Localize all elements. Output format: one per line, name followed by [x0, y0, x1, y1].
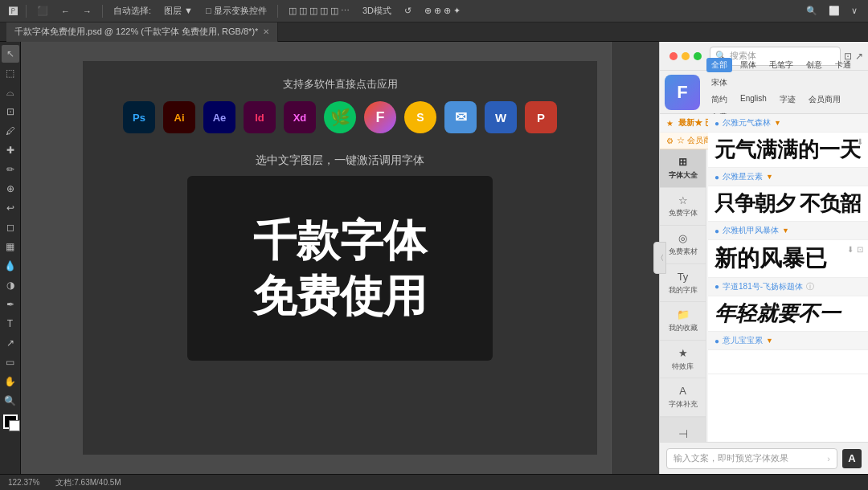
eraser-tool[interactable]: ◻ — [2, 218, 19, 236]
nav-free-material-icon: ◎ — [663, 232, 702, 246]
font-item-2[interactable]: 只争朝夕 不负韶 — [708, 186, 868, 222]
workspace-btn[interactable]: ⬜ — [825, 4, 844, 18]
auto-select-label: 自动选择: — [109, 3, 155, 18]
preview-line2: 免费使用 — [253, 272, 427, 320]
text-tool[interactable]: T — [2, 315, 19, 333]
nav-free-font[interactable]: ☆ 免费字体 — [660, 188, 706, 227]
font-preview-text-2: 只争朝夕 不负韶 — [714, 191, 862, 216]
rotate-btn[interactable]: ↺ — [400, 4, 416, 18]
align-tools[interactable]: ◫ ◫ ◫ ◫ ◫ ⋯ — [285, 4, 354, 18]
close-dot[interactable] — [669, 52, 678, 60]
app-icon-xd: Xd — [284, 101, 316, 133]
zoom-tool[interactable]: 🔍 — [2, 392, 19, 410]
history-brush-tool[interactable]: ↩ — [2, 199, 19, 217]
extra-tools[interactable]: ⊕ ⊕ ⊕ ✦ — [420, 4, 465, 18]
status-bar: 122.37% 文档:7.63M/40.5M — [0, 474, 868, 490]
cat-black[interactable]: 黑体 — [735, 58, 761, 72]
app-icon-ps: Ps — [123, 101, 155, 133]
path-select-tool[interactable]: ↗ — [2, 334, 19, 352]
dodge-tool[interactable]: ◑ — [2, 276, 19, 294]
foreground-color[interactable] — [3, 414, 18, 429]
font-cat-header-3: ● 尔雅机甲风暴体 ▼ — [708, 222, 868, 240]
font-cat-name-2: 尔雅星云素 — [723, 171, 763, 182]
vip-commercial-icon: ⚙ — [666, 137, 674, 145]
preview-a-button[interactable]: A — [842, 449, 862, 468]
app-icon: 🅿 — [6, 5, 19, 18]
close-tab-icon[interactable]: ✕ — [263, 27, 269, 36]
cat-cartoon[interactable]: 卡通 — [830, 58, 856, 72]
fwd-btn[interactable]: → — [79, 5, 96, 18]
minimize-dot[interactable] — [682, 52, 690, 60]
nav-font-all[interactable]: ⊞ 字体大全 — [660, 149, 706, 188]
lasso-tool[interactable]: ⌓ — [2, 84, 19, 101]
panel-toggle-btn[interactable]: 〈 — [653, 242, 666, 274]
app-icon-ai: Ai — [163, 101, 195, 133]
search-icon-btn[interactable]: 🔍 — [802, 4, 821, 18]
gradient-tool[interactable]: ▦ — [2, 238, 19, 255]
arrange-btn[interactable]: ∨ — [847, 4, 862, 18]
checkmark-icon-2: ● — [714, 173, 719, 182]
vip-star-2: ▼ — [766, 173, 773, 181]
select-tool[interactable]: ⬚ — [2, 64, 19, 82]
spot-heal-tool[interactable]: ✚ — [2, 141, 19, 159]
vip-star-5: ▼ — [766, 337, 773, 345]
cat-all[interactable]: 全部 — [706, 58, 732, 72]
item-icon-3[interactable]: ⬇ — [847, 245, 854, 254]
nav-my-library[interactable]: Ty 我的字库 — [660, 264, 706, 303]
app-icons-row: Ps Ai Ae Id Xd 🌿 F S ✉ W P — [123, 101, 557, 133]
brush-tool[interactable]: ✏ — [2, 161, 19, 178]
app-icon-ppt: P — [525, 101, 557, 133]
preview-box: 千款字体 免费使用 — [187, 176, 493, 361]
font-item-5[interactable] — [708, 350, 868, 374]
app-icon-ae: Ae — [203, 101, 235, 133]
font-item-1[interactable]: 元气满满的一天 ⬇ — [708, 149, 868, 168]
font-item-3[interactable]: 新的风暴已 ⬇ ⊡ — [708, 240, 868, 278]
star-icon: ★ — [666, 119, 674, 128]
shape-tool[interactable]: ▭ — [2, 353, 19, 371]
app-icon-mail: ✉ — [444, 101, 477, 133]
font-preview-text-4: 年轻就要不一 — [714, 301, 862, 326]
cat-english[interactable]: English — [735, 92, 772, 107]
zoom-level: 122.37% — [8, 478, 39, 487]
info-icon-4: ⓘ — [806, 281, 814, 292]
canvas-right-strip — [611, 42, 659, 474]
cat-handwriting[interactable]: 字迹 — [775, 92, 800, 107]
blur-tool[interactable]: 💧 — [2, 257, 19, 275]
eyedropper-tool[interactable]: 🖊 — [2, 122, 19, 140]
maximize-dot[interactable] — [694, 52, 702, 60]
cat-brush[interactable]: 毛笔字 — [764, 58, 798, 72]
nav-effects[interactable]: ★ 特效库 — [660, 341, 706, 379]
tab-label: 千款字体免费使用.psd @ 122% (千款字体 免费使用, RGB/8*)* — [14, 26, 258, 38]
tab-bar: 千款字体免费使用.psd @ 122% (千款字体 免费使用, RGB/8*)*… — [0, 22, 868, 42]
canvas-area: 支持多软件直接点击应用 Ps Ai Ae Id Xd 🌿 F S ✉ W P 选… — [21, 42, 659, 474]
3d-mode[interactable]: 3D模式 — [358, 3, 395, 18]
dot-icon-4: ● — [714, 282, 719, 291]
cat-vip-commercial[interactable]: 会员商用 — [804, 92, 845, 107]
activate-text: 选中文字图层，一键激活调用字体 — [256, 153, 424, 168]
back-btn[interactable]: ← — [57, 5, 74, 18]
clone-stamp-tool[interactable]: ⊕ — [2, 180, 19, 198]
nav-font-supplement[interactable]: A 字体补充 — [660, 378, 706, 417]
hand-tool[interactable]: ✋ — [2, 373, 19, 390]
font-preview-text-3: 新的风暴已 — [714, 245, 862, 272]
nav-my-collection-icon: 📁 — [663, 308, 702, 322]
move-tool[interactable]: ↖ — [2, 45, 19, 63]
text-input-box[interactable]: 输入文案，即时预览字体效果 › — [666, 448, 837, 469]
file-tab[interactable]: 千款字体免费使用.psd @ 122% (千款字体 免费使用, RGB/8*)*… — [6, 22, 278, 42]
show-transform-controls[interactable]: □ 显示变换控件 — [202, 3, 271, 18]
toolbar-divider — [26, 5, 27, 18]
cat-row1: 全部 黑体 毛笔字 创意 卡通 宋体 — [706, 58, 863, 90]
nav-my-collection[interactable]: 📁 我的收藏 — [660, 302, 706, 341]
font-item-4[interactable]: 年轻就要不一 — [708, 296, 868, 332]
cat-creative[interactable]: 创意 — [801, 58, 827, 72]
move-tool-btn[interactable]: ⬛ — [33, 4, 52, 18]
cat-simple[interactable]: 简约 — [706, 92, 732, 107]
nav-free-material[interactable]: ◎ 免费素材 — [660, 226, 706, 264]
layer-dropdown[interactable]: 图层 ▼ — [160, 3, 197, 18]
item-icon-3b[interactable]: ⊡ — [857, 245, 863, 254]
crop-tool[interactable]: ⊡ — [2, 103, 19, 120]
toolbar-divider2 — [102, 5, 103, 18]
pen-tool[interactable]: ✒ — [2, 296, 19, 313]
cat-song[interactable]: 宋体 — [706, 76, 732, 90]
app-icon-figma: F — [364, 101, 396, 133]
